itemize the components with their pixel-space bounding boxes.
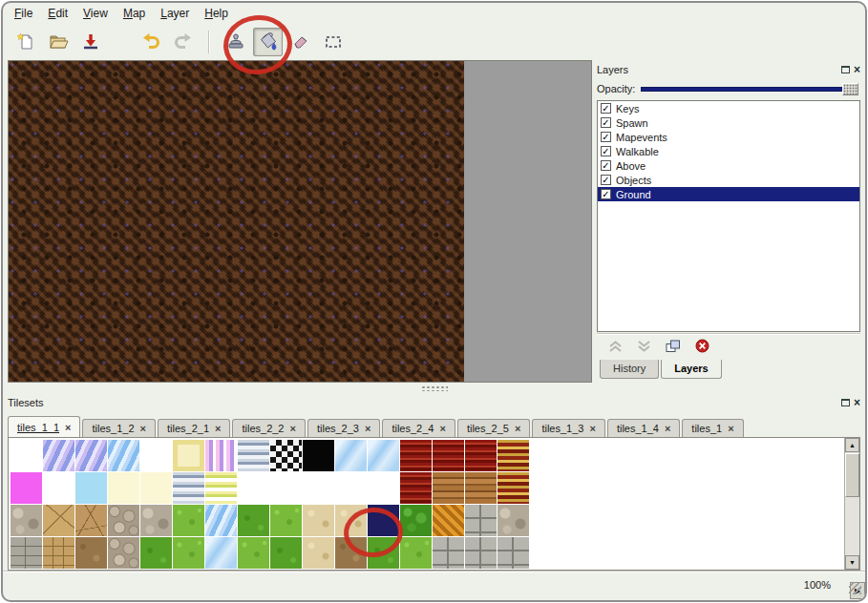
save-tool-button[interactable] <box>75 28 105 56</box>
scroll-up-button[interactable]: ▲ <box>845 438 859 452</box>
layers-list[interactable]: ✓Keys✓Spawn✓Mapevents✓Walkable✓Above✓Obj… <box>597 100 860 332</box>
tileset-tab-tiles_1_2[interactable]: tiles_1_2× <box>82 419 155 437</box>
tileset-tab-tiles_2_3[interactable]: tiles_2_3× <box>307 419 380 437</box>
tile-gray-stripe[interactable] <box>238 440 269 471</box>
float-panel-icon[interactable] <box>841 399 850 406</box>
close-panel-icon[interactable]: × <box>854 398 860 407</box>
tile-grass[interactable] <box>238 537 269 569</box>
tile-pebble[interactable] <box>108 505 139 536</box>
layer-visibility-checkbox[interactable]: ✓ <box>601 146 611 156</box>
map-canvas[interactable] <box>9 61 464 382</box>
opacity-slider[interactable] <box>641 82 860 95</box>
tile-grass-d[interactable] <box>368 537 399 569</box>
menu-layer[interactable]: Layer <box>153 5 197 22</box>
layer-visibility-checkbox[interactable]: ✓ <box>601 132 611 142</box>
layer-row-spawn[interactable]: ✓Spawn <box>598 115 859 130</box>
tile-grass[interactable] <box>173 537 204 569</box>
fill-tool-button[interactable] <box>253 28 283 56</box>
tile-sand[interactable] <box>303 537 334 569</box>
map-canvas-viewport[interactable] <box>8 60 592 383</box>
layer-row-ground[interactable]: ✓Ground <box>598 187 859 201</box>
menu-help[interactable]: Help <box>197 5 236 22</box>
tile-blank[interactable] <box>140 440 172 471</box>
tile-blank[interactable] <box>368 472 399 504</box>
redo-tool-button[interactable] <box>168 28 198 56</box>
new-file-tool-button[interactable] <box>11 28 40 56</box>
tile-grass-d[interactable] <box>238 505 269 536</box>
tile-roof[interactable] <box>400 440 432 471</box>
tileset-tab-tiles_2_2[interactable]: tiles_2_2× <box>232 419 305 437</box>
tile-sand[interactable] <box>335 505 367 536</box>
tile-grass[interactable] <box>173 505 204 536</box>
tile-water-p[interactable] <box>43 440 74 471</box>
lower-layer-button[interactable] <box>637 340 651 356</box>
float-panel-icon[interactable] <box>841 66 850 73</box>
layer-visibility-checkbox[interactable]: ✓ <box>601 160 611 171</box>
tile-water-sp[interactable] <box>335 440 367 471</box>
tile-wood[interactable] <box>465 472 497 504</box>
tile-pale-yellow[interactable] <box>140 472 172 504</box>
tile-cyan[interactable] <box>75 472 107 504</box>
tile-stone-gray[interactable] <box>11 505 42 536</box>
open-tool-button[interactable] <box>43 28 73 56</box>
tile-stone-tan[interactable] <box>43 505 74 536</box>
menu-map[interactable]: Map <box>116 5 153 22</box>
tile-column[interactable] <box>498 440 529 471</box>
tile-water-sp[interactable] <box>205 537 237 569</box>
menu-file[interactable]: File <box>7 5 40 22</box>
tab-close-icon[interactable]: × <box>589 424 595 433</box>
tile-brick[interactable] <box>11 537 42 569</box>
menu-edit[interactable]: Edit <box>40 5 75 22</box>
tile-grass[interactable] <box>270 505 302 536</box>
tile-stone-gray[interactable] <box>498 505 529 536</box>
tileset-tab-tiles_2_1[interactable]: tiles_2_1× <box>158 419 230 437</box>
delete-layer-button[interactable] <box>695 339 709 356</box>
tile-black[interactable] <box>303 440 334 471</box>
layer-row-keys[interactable]: ✓Keys <box>598 101 859 115</box>
tab-close-icon[interactable]: × <box>439 424 445 433</box>
stamp-tool-button[interactable] <box>221 28 250 56</box>
tab-close-icon[interactable]: × <box>665 424 670 433</box>
panel-tab-history[interactable]: History <box>600 360 659 379</box>
tile-yellow-stripe[interactable] <box>205 472 237 504</box>
tile-gray-stripe[interactable] <box>173 472 204 504</box>
tile-grass-d[interactable] <box>140 537 172 569</box>
tile-blank[interactable] <box>335 472 367 504</box>
tab-close-icon[interactable]: × <box>65 423 71 432</box>
tileset-tab-tiles_1_3[interactable]: tiles_1_3× <box>532 419 604 437</box>
tileset-tab-tiles_1_4[interactable]: tiles_1_4× <box>607 419 680 437</box>
tile-grass-d[interactable] <box>270 537 302 569</box>
resize-grip[interactable] <box>849 582 861 594</box>
layer-row-objects[interactable]: ✓Objects <box>598 173 859 187</box>
tile-wood[interactable] <box>433 472 464 504</box>
tile-blank[interactable] <box>238 472 269 504</box>
tile-sand[interactable] <box>303 505 334 536</box>
tile-roof[interactable] <box>465 440 497 471</box>
menu-view[interactable]: View <box>75 5 116 22</box>
tile-blank[interactable] <box>43 472 74 504</box>
tab-close-icon[interactable]: × <box>215 424 221 433</box>
tile-blank[interactable] <box>303 472 334 504</box>
tile-stone-gray[interactable] <box>140 505 172 536</box>
tile-pebble[interactable] <box>108 537 139 569</box>
tile-roof[interactable] <box>400 472 432 504</box>
tile-pink-stripe[interactable] <box>205 440 237 471</box>
tile-cracked[interactable] <box>75 505 107 536</box>
tile-stone-block[interactable] <box>465 505 497 536</box>
tile-stone-block[interactable] <box>498 537 529 569</box>
tile-dirt[interactable] <box>335 537 367 569</box>
layer-row-mapevents[interactable]: ✓Mapevents <box>598 130 859 144</box>
tile-blank[interactable] <box>270 472 302 504</box>
tileset-tab-tiles_2_4[interactable]: tiles_2_4× <box>382 419 455 437</box>
tile-bush[interactable] <box>400 505 432 536</box>
tab-close-icon[interactable]: × <box>365 424 370 433</box>
layer-visibility-checkbox[interactable]: ✓ <box>601 175 611 185</box>
tileset-tab-tiles_1[interactable]: tiles_1× <box>682 419 743 437</box>
tab-close-icon[interactable]: × <box>290 424 296 433</box>
scrollbar-thumb[interactable] <box>845 453 859 497</box>
select-tool-button[interactable] <box>318 28 348 56</box>
tile-navy[interactable] <box>368 505 399 536</box>
tile-water-b[interactable] <box>108 440 139 471</box>
tab-close-icon[interactable]: × <box>728 424 733 433</box>
close-panel-icon[interactable]: × <box>854 65 860 74</box>
